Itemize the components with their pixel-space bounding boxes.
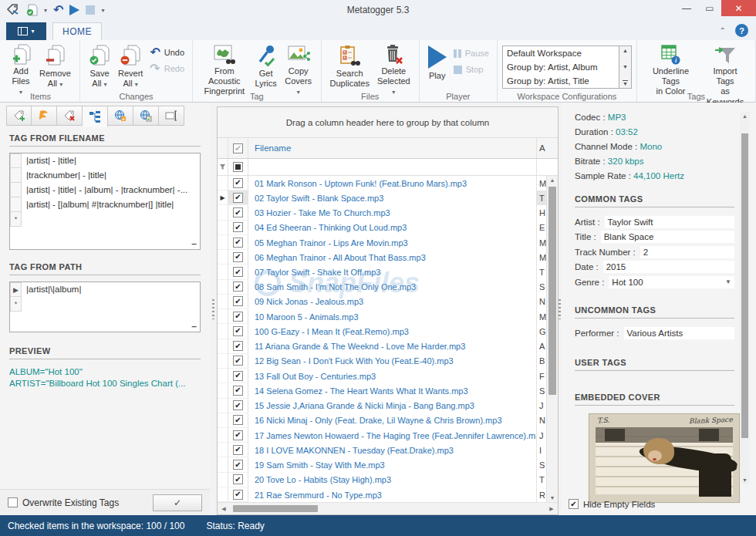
row-checkbox[interactable]: ✔ xyxy=(228,176,248,190)
tag-field-input[interactable]: Taylor Swift▼ xyxy=(605,216,734,228)
row-checkbox[interactable]: ✔ xyxy=(228,473,248,487)
left-splitter[interactable] xyxy=(210,103,216,515)
row-checkbox[interactable]: ✔ xyxy=(228,309,248,324)
copy-covers-button[interactable]: Copy Covers ▾ xyxy=(281,42,316,89)
tab-rename-files[interactable] xyxy=(159,106,184,126)
play-quick-icon[interactable] xyxy=(69,3,79,17)
workspace-list[interactable]: Default WorkspaceGroup by: Artist, Album… xyxy=(502,46,619,89)
path-patterns-listbox[interactable]: ▶ |artist|\|album| * – xyxy=(9,281,201,332)
tab-covers-from-internet[interactable] xyxy=(133,106,159,126)
table-row[interactable]: ✔ 08 Sam Smith - I'm Not The Only One.mp… xyxy=(218,280,546,295)
close-button[interactable]: ✕ xyxy=(721,0,756,16)
table-row[interactable]: ✔ 13 Fall Out Boy - Centuries.mp3 F xyxy=(218,369,546,383)
table-row[interactable]: ✔ 01 Mark Ronson - Uptown Funk! (Feat.Br… xyxy=(218,176,546,190)
filter-checkbox[interactable] xyxy=(228,159,248,175)
apply-tags-button[interactable]: ✓ xyxy=(153,494,202,511)
scroll-right-icon[interactable]: ▶ xyxy=(545,503,558,514)
table-row[interactable]: ✔ 16 Nicki Minaj - Only (Feat. Drake, Li… xyxy=(218,413,546,428)
listbox-resize-grip[interactable]: – xyxy=(191,238,197,249)
row-checkbox[interactable]: ✔ xyxy=(228,443,248,457)
row-checkbox[interactable]: ✔ xyxy=(228,190,248,205)
workspace-option[interactable]: Group by: Artist, Title xyxy=(503,74,619,88)
scroll-left-icon[interactable]: ◀ xyxy=(218,503,230,514)
filename-patterns-listbox[interactable]: |artist| - |title| |tracknumber| - |titl… xyxy=(9,153,201,250)
application-menu-button[interactable]: ▾ xyxy=(6,22,46,40)
vertical-scroll-thumb[interactable] xyxy=(548,187,556,395)
scroll-down-icon[interactable]: ▼ xyxy=(547,495,558,501)
hide-empty-fields-checkbox[interactable]: ✔ xyxy=(569,499,579,509)
delete-selected-button[interactable]: Delete Selected ▾ xyxy=(373,42,414,89)
tab-home[interactable]: HOME xyxy=(52,22,102,40)
table-row[interactable]: ✔ 06 Meghan Trainor - All About That Bas… xyxy=(218,250,546,265)
filename-cell[interactable]: 08 Sam Smith - I'm Not The Only One.mp3 xyxy=(248,280,536,295)
row-checkbox[interactable]: ✔ xyxy=(228,413,248,428)
pause-button[interactable]: Pause xyxy=(454,49,489,58)
listbox-resize-grip[interactable]: – xyxy=(191,321,197,332)
row-checkbox[interactable]: ✔ xyxy=(228,324,248,339)
undo-quick-icon[interactable]: ↶ xyxy=(53,3,63,17)
gallery-expand-icon[interactable]: ▼ xyxy=(623,80,628,86)
tab-auto-tag[interactable] xyxy=(32,106,57,126)
workspace-option[interactable]: Default Workspace xyxy=(503,46,619,60)
row-checkbox[interactable]: ✔ xyxy=(228,457,248,472)
filename-cell[interactable]: 10 Maroon 5 - Animals.mp3 xyxy=(248,309,536,324)
table-row[interactable]: ✔ 17 James Newton Howaerd - The Haging T… xyxy=(218,428,546,443)
filename-cell[interactable]: 21 Rae Sremmurd - No Type.mp3 xyxy=(248,487,536,502)
save-quick-dropdown-icon[interactable]: ▾ xyxy=(44,7,47,14)
filename-cell[interactable]: 04 Ed Sheeran - Thinking Out Loud.mp3 xyxy=(248,221,536,235)
table-row[interactable]: ✔ 07 Taylor Swift - Shake It Off.mp3 T xyxy=(218,265,546,279)
scroll-down-icon[interactable]: ▼ xyxy=(740,477,750,483)
underline-tags-button[interactable]: i Underline Tags in Color xyxy=(642,42,700,89)
collapse-ribbon-icon[interactable]: ⌃ xyxy=(720,26,726,35)
scroll-up-icon[interactable]: ▲ xyxy=(547,177,558,183)
table-row[interactable]: ✔ 18 I LOVE MAKONNEN - Tuesday (Feat.Dra… xyxy=(218,443,546,457)
filename-cell[interactable]: 18 I LOVE MAKONNEN - Tuesday (Feat.Drake… xyxy=(248,443,536,457)
filename-cell[interactable]: 01 Mark Ronson - Uptown Funk! (Feat.Brun… xyxy=(248,176,536,190)
table-row[interactable]: ✔ 12 Big Sean - I Don't Fuck With You (F… xyxy=(218,354,546,369)
pattern-row[interactable]: |artist| - [|album| #|tracknumber|] |tit… xyxy=(10,197,200,212)
panel-scroll-thumb[interactable] xyxy=(741,133,748,438)
stop-button[interactable]: Stop xyxy=(454,65,489,74)
pattern-row[interactable]: |artist| - |title| xyxy=(10,153,200,168)
import-tags-button[interactable]: Import Tags as Keywords xyxy=(700,42,751,89)
filename-cell[interactable]: 09 Nick Jonas - Jealous.mp3 xyxy=(248,295,536,309)
filename-cell[interactable]: 11 Ariana Grande & The Weeknd - Love Me … xyxy=(248,339,536,354)
row-checkbox[interactable]: ✔ xyxy=(228,221,248,235)
row-checkbox[interactable]: ✔ xyxy=(228,428,248,443)
new-pattern-row[interactable]: * xyxy=(10,212,200,227)
tag-field-input[interactable]: 2015▼ xyxy=(603,261,734,273)
filename-cell[interactable]: 02 Taylor Swift - Blank Space.mp3 xyxy=(248,190,536,205)
filename-cell[interactable]: 14 Selena Gomez - The Heart Wants What I… xyxy=(248,383,536,398)
album-cover-art[interactable]: T.S. Blank Space xyxy=(589,413,740,503)
overwrite-existing-tags-checkbox[interactable] xyxy=(8,497,18,507)
row-checkbox[interactable]: ✔ xyxy=(228,235,248,250)
get-lyrics-button[interactable]: Get Lyrics xyxy=(251,42,281,89)
filename-cell[interactable]: 13 Fall Out Boy - Centuries.mp3 xyxy=(248,369,536,383)
save-all-button[interactable]: Save All ▾ xyxy=(85,42,114,89)
dropdown-icon[interactable]: ▼ xyxy=(725,276,731,288)
revert-all-button[interactable]: Revert All ▾ xyxy=(114,42,147,89)
filename-cell[interactable]: 03 Hozier - Take Me To Church.mp3 xyxy=(248,205,536,220)
table-row[interactable]: ✔ 09 Nick Jonas - Jealous.mp3 N xyxy=(218,295,546,309)
filename-cell[interactable]: 19 Sam Smith - Stay With Me.mp3 xyxy=(248,457,536,472)
tag-field-input[interactable]: Hot 100▼ xyxy=(609,276,734,288)
table-row[interactable]: ✔ 14 Selena Gomez - The Heart Wants What… xyxy=(218,383,546,398)
table-row[interactable]: ✔ 15 Jessie J,Ariana Grande & Nicki Minj… xyxy=(218,399,546,413)
horizontal-scroll-thumb[interactable] xyxy=(233,505,318,512)
tag-field-input[interactable]: 2▼ xyxy=(640,246,734,258)
row-checkbox[interactable]: ✔ xyxy=(228,280,248,295)
filename-cell[interactable]: 06 Meghan Trainor - All About That Bass.… xyxy=(248,250,536,265)
redo-button[interactable]: ↶ Redo xyxy=(150,62,184,75)
remove-all-button[interactable]: Remove All ▾ xyxy=(35,42,75,89)
pattern-row[interactable]: |tracknumber| - |title| xyxy=(10,168,200,183)
scroll-down-icon[interactable]: ▼ xyxy=(623,64,628,69)
qat-customize-icon[interactable]: ▾ xyxy=(101,7,104,14)
save-all-quick-icon[interactable] xyxy=(25,3,38,17)
filter-filename-cell[interactable] xyxy=(248,159,536,175)
tab-tag-from-internet[interactable] xyxy=(108,106,133,126)
row-checkbox[interactable]: ✔ xyxy=(228,383,248,398)
filename-cell[interactable]: 12 Big Sean - I Don't Fuck With You (Fea… xyxy=(248,354,536,369)
horizontal-scrollbar[interactable]: ◀ ▶ xyxy=(218,502,558,514)
table-row[interactable]: ✔ 04 Ed Sheeran - Thinking Out Loud.mp3 … xyxy=(218,221,546,235)
app-tag-pen-icon[interactable] xyxy=(6,3,19,17)
